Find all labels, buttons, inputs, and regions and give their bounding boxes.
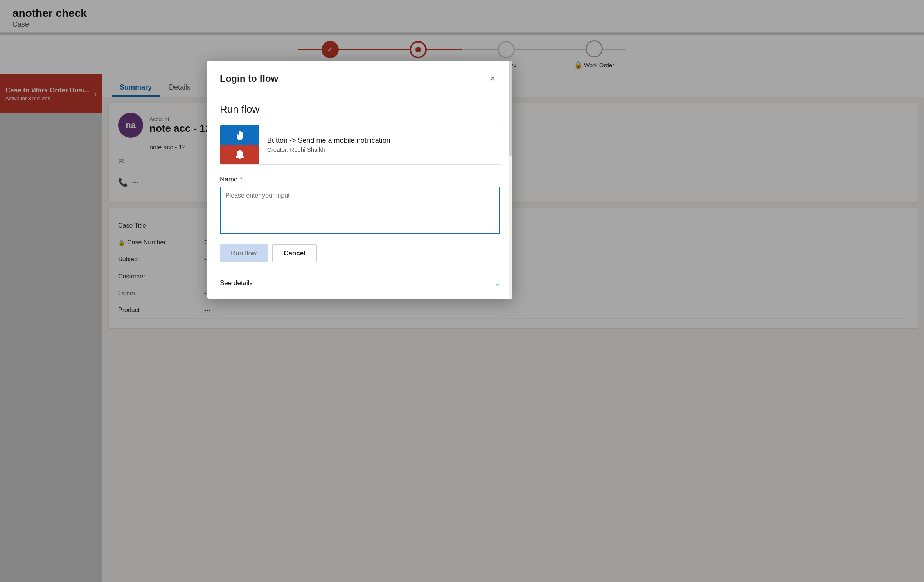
flow-icon-bottom bbox=[220, 145, 259, 164]
modal-dialog: Login to flow × Run flow bbox=[207, 61, 512, 299]
modal-body: Run flow bbox=[207, 92, 512, 299]
flow-card-icon bbox=[220, 125, 259, 164]
flow-card: Button -> Send me a mobile notification … bbox=[220, 125, 500, 165]
modal-footer-buttons: Run flow Cancel bbox=[220, 244, 500, 262]
name-field-label: Name * bbox=[220, 176, 500, 183]
flow-card-creator: Creator: Roohi Shaikh bbox=[267, 146, 390, 153]
name-input[interactable] bbox=[220, 187, 500, 234]
modal-scrollbar-thumb bbox=[509, 61, 512, 156]
chevron-down-icon: ⌵ bbox=[495, 278, 500, 288]
modal-close-button[interactable]: × bbox=[486, 72, 500, 86]
see-details-label: See details bbox=[220, 279, 253, 287]
modal-overlay: Login to flow × Run flow bbox=[0, 0, 924, 582]
flow-icon-top bbox=[220, 125, 259, 145]
modal-header: Login to flow × bbox=[207, 61, 512, 92]
modal-title: Login to flow bbox=[220, 73, 278, 84]
bell-icon bbox=[234, 149, 245, 160]
see-details-row[interactable]: See details ⌵ bbox=[220, 272, 500, 288]
flow-card-title: Button -> Send me a mobile notification bbox=[267, 137, 390, 145]
cursor-icon bbox=[234, 129, 246, 141]
name-required-indicator: * bbox=[240, 176, 243, 183]
cancel-button[interactable]: Cancel bbox=[272, 244, 317, 262]
run-flow-button[interactable]: Run flow bbox=[220, 244, 268, 262]
flow-section-title: Run flow bbox=[220, 103, 500, 115]
flow-card-info: Button -> Send me a mobile notification … bbox=[259, 130, 398, 159]
modal-scrollbar[interactable] bbox=[509, 61, 512, 299]
